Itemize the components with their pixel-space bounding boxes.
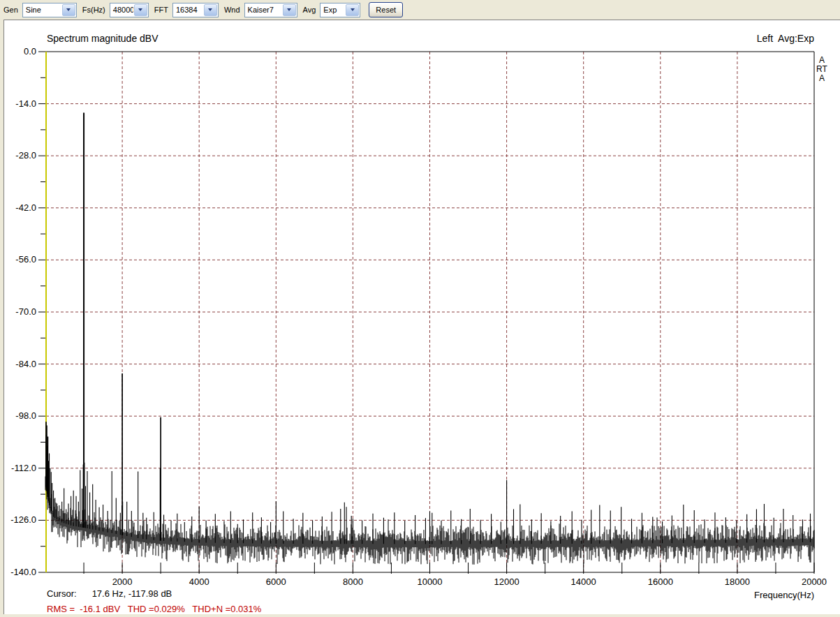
cursor-readout: Cursor:17.6 Hz, -117.98 dB [47, 588, 172, 599]
x-axis-tick-label: 4000 [189, 577, 209, 587]
y-axis-tick-label: -84.0 [15, 359, 36, 369]
x-axis-tick-label: 12000 [494, 577, 520, 587]
x-axis-tick-label: 14000 [571, 577, 596, 587]
plot-title: Spectrum magnitude dBV [47, 33, 159, 44]
x-axis-tick-label: 6000 [266, 577, 286, 587]
y-axis-tick-label: -42.0 [15, 202, 36, 213]
cursor-value: 17.6 Hz, -117.98 dB [92, 588, 172, 599]
y-axis-tick-label: -126.0 [10, 514, 36, 525]
cursor-label: Cursor: [47, 588, 77, 599]
y-axis-tick-label: -140.0 [10, 567, 36, 577]
x-axis-title: Frequency(Hz) [754, 590, 814, 600]
spectrum-plot[interactable]: 0.0-14.0-28.0-42.0-56.0-70.0-84.0-98.0-1… [0, 0, 840, 617]
channel-average-info: Left Avg:Exp [757, 33, 814, 44]
x-axis-tick-label: 18000 [725, 577, 750, 587]
y-axis-tick-label: -98.0 [15, 410, 36, 421]
thd-stats-readout: RMS = -16.1 dBV THD =0.029% THD+N =0.031… [47, 604, 261, 614]
arta-watermark: ARTA [816, 56, 827, 83]
y-axis-tick-label: -112.0 [11, 463, 36, 473]
y-axis-tick-label: 0.0 [24, 46, 36, 57]
y-axis-tick-label: -28.0 [15, 150, 36, 161]
x-axis-tick-label: 10000 [417, 577, 442, 587]
x-axis-tick-label: 8000 [343, 577, 363, 587]
x-axis-tick-label: 20000 [802, 577, 827, 587]
y-axis-tick-label: -70.0 [15, 306, 36, 317]
x-axis-tick-label: 16000 [648, 577, 673, 587]
y-axis-tick-label: -56.0 [15, 254, 36, 265]
y-axis-tick-label: -14.0 [15, 98, 36, 109]
x-axis-tick-label: 2000 [112, 577, 133, 587]
